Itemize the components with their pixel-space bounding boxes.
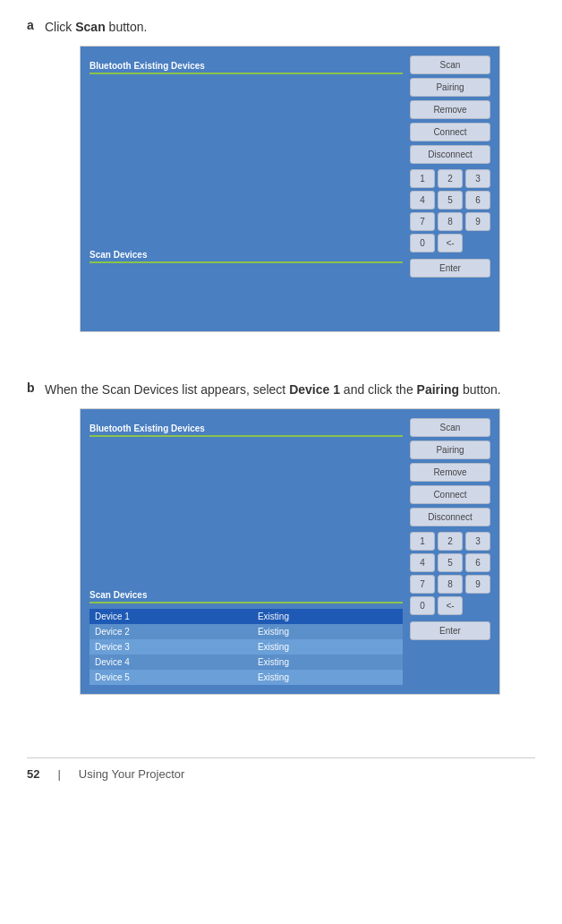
ui-right-a: Scan Pairing Remove Connect Disconnect 1…: [410, 56, 490, 322]
num-3-a[interactable]: 3: [465, 169, 490, 188]
step-a-bold: Scan: [75, 20, 105, 34]
step-a-text: Click Scan button.: [45, 18, 535, 37]
enter-btn-b[interactable]: Enter: [410, 621, 490, 640]
disconnect-btn-a[interactable]: Disconnect: [410, 145, 490, 164]
footer: 52 | Using Your Projector: [27, 757, 535, 781]
scan-devices-section-b: Scan Devices Device 1 Existing Device 2 …: [89, 585, 403, 685]
scan-devices-section-a: Scan Devices: [89, 244, 403, 322]
device-status-1: Existing: [252, 609, 403, 624]
num-2-b[interactable]: 2: [438, 532, 463, 551]
device-name-2: Device 2: [89, 624, 252, 639]
device-row-2[interactable]: Device 2 Existing: [89, 624, 403, 639]
num-8-b[interactable]: 8: [438, 575, 463, 594]
pairing-btn-a[interactable]: Pairing: [410, 78, 490, 97]
footer-page-number: 52: [27, 767, 39, 781]
scan-list-area-a: [89, 269, 403, 322]
bluetooth-title-b: Bluetooth Existing Devices: [89, 424, 403, 437]
ui-right-b: Scan Pairing Remove Connect Disconnect 1…: [410, 418, 490, 685]
bluetooth-list-area-b: [89, 442, 403, 576]
num-9-b[interactable]: 9: [465, 575, 490, 594]
scan-devices-title-b: Scan Devices: [89, 590, 403, 603]
device-row-5[interactable]: Device 5 Existing: [89, 670, 403, 685]
num-0-a[interactable]: 0: [410, 234, 435, 252]
device-status-3: Existing: [252, 639, 403, 654]
device-name-4: Device 4: [89, 654, 252, 670]
connect-btn-b[interactable]: Connect: [410, 485, 490, 504]
num-back-b[interactable]: <-: [438, 596, 463, 615]
num-3-b[interactable]: 3: [465, 532, 490, 551]
device-row-1[interactable]: Device 1 Existing: [89, 609, 403, 624]
num-9-a[interactable]: 9: [465, 212, 490, 231]
num-5-b[interactable]: 5: [438, 553, 463, 572]
num-4-a[interactable]: 4: [410, 191, 435, 210]
step-b-letter: b: [27, 381, 45, 722]
device-row-4[interactable]: Device 4 Existing: [89, 654, 403, 670]
step-b-bold1: Device 1: [289, 382, 340, 397]
remove-btn-b[interactable]: Remove: [410, 463, 490, 482]
connect-btn-a[interactable]: Connect: [410, 123, 490, 141]
num-8-a[interactable]: 8: [438, 212, 463, 231]
num-7-a[interactable]: 7: [410, 212, 435, 231]
ui-screenshot-a: Bluetooth Existing Devices Scan Devices …: [80, 46, 500, 332]
numpad-a: 1 2 3 4 5 6 7 8 9 0 <-: [410, 169, 490, 252]
device-name-5: Device 5: [89, 670, 252, 685]
num-6-a[interactable]: 6: [465, 191, 490, 210]
step-a-content: Click Scan button. Bluetooth Existing De…: [45, 18, 535, 359]
bluetooth-list-area-a: [89, 80, 403, 235]
ui-left-b: Bluetooth Existing Devices Scan Devices …: [89, 418, 403, 685]
pairing-btn-b[interactable]: Pairing: [410, 441, 490, 459]
num-7-b[interactable]: 7: [410, 575, 435, 594]
ui-screenshot-b: Bluetooth Existing Devices Scan Devices …: [80, 408, 500, 695]
numpad-b: 1 2 3 4 5 6 7 8 9 0 <-: [410, 532, 490, 615]
scan-devices-title-a: Scan Devices: [89, 250, 403, 263]
device-name-3: Device 3: [89, 639, 252, 654]
device-status-4: Existing: [252, 654, 403, 670]
device-row-3[interactable]: Device 3 Existing: [89, 639, 403, 654]
footer-separator: |: [57, 767, 60, 781]
step-b-text: When the Scan Devices list appears, sele…: [45, 381, 535, 399]
device-status-5: Existing: [252, 670, 403, 685]
step-b-content: When the Scan Devices list appears, sele…: [45, 381, 535, 722]
remove-btn-a[interactable]: Remove: [410, 100, 490, 119]
num-1-b[interactable]: 1: [410, 532, 435, 551]
num-2-a[interactable]: 2: [438, 169, 463, 188]
device-table-b: Device 1 Existing Device 2 Existing Devi…: [89, 609, 403, 685]
step-b-row: b When the Scan Devices list appears, se…: [27, 381, 535, 722]
footer-text: Using Your Projector: [79, 767, 185, 781]
num-5-a[interactable]: 5: [438, 191, 463, 210]
disconnect-btn-b[interactable]: Disconnect: [410, 508, 490, 526]
bluetooth-title-a: Bluetooth Existing Devices: [89, 61, 403, 74]
enter-btn-a[interactable]: Enter: [410, 259, 490, 278]
ui-left-a: Bluetooth Existing Devices Scan Devices: [89, 56, 403, 322]
num-6-b[interactable]: 6: [465, 553, 490, 572]
step-a-row: a Click Scan button. Bluetooth Existing …: [27, 18, 535, 359]
num-4-b[interactable]: 4: [410, 553, 435, 572]
num-1-a[interactable]: 1: [410, 169, 435, 188]
scan-btn-a[interactable]: Scan: [410, 56, 490, 74]
device-status-2: Existing: [252, 624, 403, 639]
scan-btn-b[interactable]: Scan: [410, 418, 490, 437]
device-name-1: Device 1: [89, 609, 252, 624]
step-b-bold2: Pairing: [417, 382, 459, 397]
num-back-a[interactable]: <-: [438, 234, 463, 252]
num-0-b[interactable]: 0: [410, 596, 435, 615]
step-a-letter: a: [27, 18, 45, 359]
